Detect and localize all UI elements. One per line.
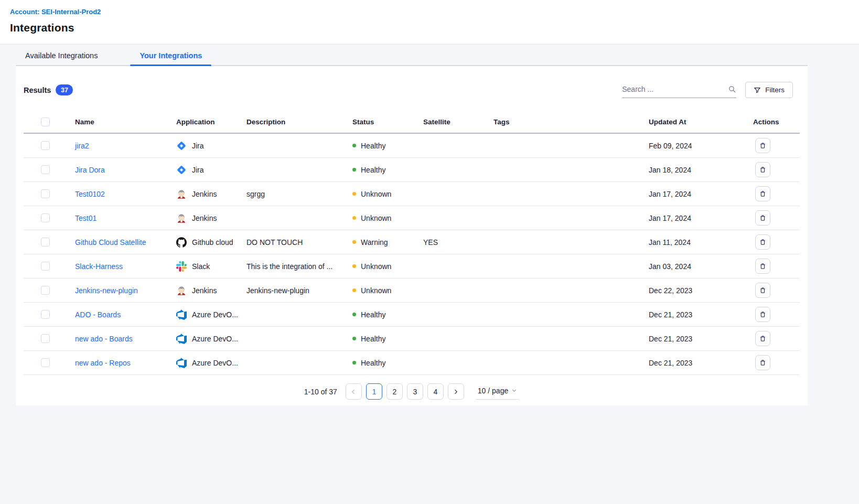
jenkins-icon: [176, 285, 187, 296]
integration-name-link[interactable]: ADO - Boards: [75, 310, 121, 319]
integration-name-link[interactable]: new ado - Repos: [75, 359, 131, 367]
status-label: Unknown: [361, 190, 391, 198]
row-checkbox[interactable]: [41, 213, 50, 222]
status-dot: [352, 144, 356, 147]
row-checkbox[interactable]: [41, 358, 50, 367]
row-checkbox[interactable]: [41, 286, 50, 295]
row-checkbox[interactable]: [41, 141, 50, 150]
pagination-page-1-button[interactable]: 1: [366, 383, 382, 400]
trash-icon: [759, 142, 767, 149]
trash-icon: [759, 310, 767, 318]
pagination-range-label: 1-10 of 37: [304, 388, 337, 396]
integration-name-link[interactable]: Github Cloud Satellite: [75, 238, 146, 246]
delete-button[interactable]: [755, 259, 770, 274]
delete-button[interactable]: [755, 162, 770, 177]
status-label: Healthy: [361, 310, 385, 319]
pagination: 1-10 of 37 1234 10 / page: [16, 383, 808, 400]
trash-icon: [759, 238, 767, 246]
status-dot: [352, 240, 356, 244]
toolbar: Results 37 Filters: [16, 66, 808, 98]
integration-name-link[interactable]: Test01: [75, 214, 96, 222]
status-label: Healthy: [361, 142, 385, 150]
search-input[interactable]: [622, 85, 728, 93]
pagination-next-button[interactable]: [448, 383, 464, 400]
trash-icon: [759, 335, 767, 342]
table-row: Github Cloud Satellite Github cloud DO N…: [24, 230, 800, 254]
updated-at-value: Jan 17, 2024: [649, 190, 753, 198]
trash-icon: [759, 359, 767, 367]
column-header-satellite: Satellite: [423, 118, 493, 126]
table-row: Test0102 Jenkins sgrgg Unknown Jan 17, 2…: [24, 182, 800, 206]
delete-button[interactable]: [755, 355, 770, 370]
delete-button[interactable]: [755, 234, 770, 250]
row-checkbox[interactable]: [41, 310, 50, 319]
page-size-label: 10 / page: [478, 387, 508, 395]
page-title: Integrations: [10, 22, 859, 34]
application-label: Jenkins: [192, 286, 217, 295]
integration-name-link[interactable]: Jira Dora: [75, 166, 105, 174]
delete-button[interactable]: [755, 210, 770, 226]
chevron-down-icon: [511, 388, 517, 393]
integration-name-link[interactable]: new ado - Boards: [75, 335, 133, 343]
delete-button[interactable]: [755, 138, 770, 153]
page-size-select[interactable]: 10 / page: [476, 384, 519, 400]
pagination-page-4-button[interactable]: 4: [427, 383, 444, 400]
status-label: Healthy: [361, 166, 385, 174]
table-row: Jenkins-new-plugin Jenkins Jenkins-new-p…: [24, 278, 800, 303]
updated-at-value: Dec 21, 2023: [649, 310, 753, 319]
row-checkbox[interactable]: [41, 189, 50, 198]
trash-icon: [759, 262, 767, 270]
status-dot: [352, 192, 356, 196]
status-dot: [352, 361, 356, 364]
status-label: Warning: [361, 238, 388, 246]
azure-devops-icon: [176, 309, 187, 320]
description-text: sgrgg: [246, 190, 352, 198]
tab-your-integrations[interactable]: Your Integrations: [130, 45, 211, 65]
filters-button[interactable]: Filters: [745, 82, 793, 98]
status-dot: [352, 288, 356, 292]
row-checkbox[interactable]: [41, 262, 50, 271]
trash-icon: [759, 214, 767, 222]
integration-name-link[interactable]: jira2: [75, 142, 89, 150]
column-header-updated-at: Updated At: [649, 118, 753, 126]
status-dot: [352, 313, 356, 316]
updated-at-value: Jan 18, 2024: [649, 166, 753, 174]
row-checkbox[interactable]: [41, 334, 50, 343]
trash-icon: [759, 190, 767, 198]
delete-button[interactable]: [755, 307, 770, 322]
application-label: Azure DevO...: [192, 359, 238, 367]
row-checkbox[interactable]: [41, 238, 50, 246]
trash-icon: [759, 286, 767, 294]
row-checkbox[interactable]: [41, 165, 50, 174]
search-box: [622, 82, 736, 98]
status-dot: [352, 168, 356, 171]
status-label: Unknown: [361, 286, 391, 295]
filters-label: Filters: [765, 86, 785, 94]
tab-available-integrations[interactable]: Available Integrations: [16, 45, 107, 65]
application-label: Jira: [192, 166, 204, 174]
account-breadcrumb-link[interactable]: Account: SEI-Internal-Prod2: [10, 8, 101, 16]
integration-name-link[interactable]: Slack-Harness: [75, 262, 123, 271]
updated-at-value: Jan 03, 2024: [649, 262, 753, 271]
application-label: Jenkins: [192, 214, 217, 222]
delete-button[interactable]: [755, 331, 770, 346]
trash-icon: [759, 166, 767, 174]
pagination-page-2-button[interactable]: 2: [386, 383, 403, 400]
table-row: Slack-Harness Slack This is the integrat…: [24, 254, 800, 278]
select-all-checkbox[interactable]: [41, 117, 50, 126]
column-header-description: Description: [246, 118, 352, 126]
application-label: Azure DevO...: [192, 310, 238, 319]
azure-devops-icon: [176, 358, 187, 368]
status-label: Unknown: [361, 214, 391, 222]
azure-devops-icon: [176, 334, 187, 344]
delete-button[interactable]: [755, 283, 770, 298]
integration-name-link[interactable]: Test0102: [75, 190, 105, 198]
updated-at-value: Dec 22, 2023: [649, 286, 753, 295]
pagination-page-3-button[interactable]: 3: [407, 383, 423, 400]
description-text: This is the integration of ...: [246, 262, 352, 271]
pagination-prev-button[interactable]: [346, 383, 362, 400]
satellite-value: YES: [423, 238, 493, 246]
delete-button[interactable]: [755, 186, 770, 201]
updated-at-value: Jan 11, 2024: [649, 238, 753, 246]
integration-name-link[interactable]: Jenkins-new-plugin: [75, 286, 138, 295]
